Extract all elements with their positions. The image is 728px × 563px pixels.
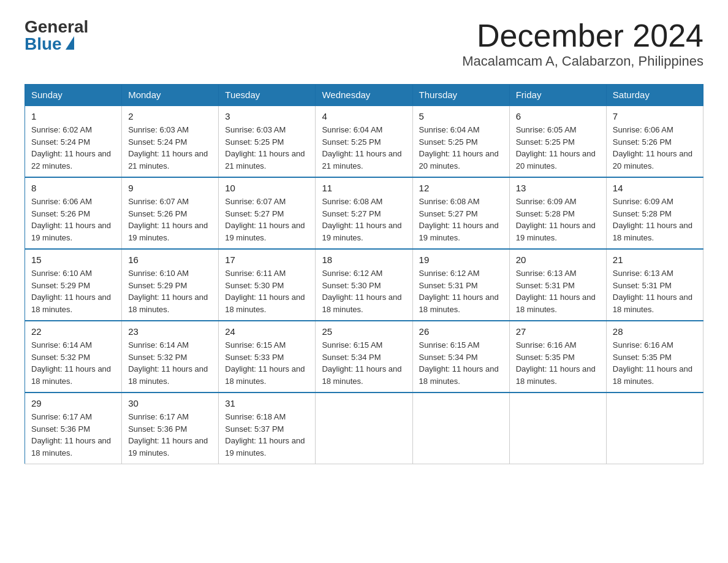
day-number: 21 bbox=[613, 255, 697, 265]
calendar-cell: 23Sunrise: 6:14 AMSunset: 5:32 PMDayligh… bbox=[122, 321, 219, 393]
sunset-label: Sunset: 5:25 PM bbox=[419, 137, 478, 147]
sunset-label: Sunset: 5:32 PM bbox=[31, 353, 90, 362]
daylight-label: Daylight: 11 hours and 19 minutes. bbox=[225, 221, 305, 242]
daylight-label: Daylight: 11 hours and 18 minutes. bbox=[516, 364, 596, 386]
daylight-label: Daylight: 11 hours and 19 minutes. bbox=[516, 221, 596, 242]
weekday-header-wednesday: Wednesday bbox=[316, 85, 412, 106]
calendar-cell bbox=[606, 393, 703, 464]
week-row-1: 1Sunrise: 6:02 AMSunset: 5:24 PMDaylight… bbox=[25, 105, 703, 177]
day-info: Sunrise: 6:14 AMSunset: 5:32 PMDaylight:… bbox=[31, 339, 115, 387]
day-number: 30 bbox=[128, 398, 212, 408]
calendar-cell: 6Sunrise: 6:05 AMSunset: 5:25 PMDaylight… bbox=[509, 105, 606, 177]
page-header: General Blue December 2024 Macalamcam A,… bbox=[25, 18, 703, 69]
daylight-label: Daylight: 11 hours and 19 minutes. bbox=[419, 221, 499, 242]
sunset-label: Sunset: 5:29 PM bbox=[31, 281, 90, 290]
day-info: Sunrise: 6:18 AMSunset: 5:37 PMDaylight:… bbox=[225, 411, 309, 459]
day-info: Sunrise: 6:14 AMSunset: 5:32 PMDaylight:… bbox=[128, 339, 212, 387]
calendar-cell: 18Sunrise: 6:12 AMSunset: 5:30 PMDayligh… bbox=[316, 249, 412, 321]
sunset-label: Sunset: 5:27 PM bbox=[419, 209, 478, 218]
weekday-header-sunday: Sunday bbox=[25, 85, 122, 106]
sunrise-label: Sunrise: 6:07 AM bbox=[128, 197, 189, 206]
daylight-label: Daylight: 11 hours and 20 minutes. bbox=[516, 149, 596, 170]
calendar-cell: 27Sunrise: 6:16 AMSunset: 5:35 PMDayligh… bbox=[509, 321, 606, 393]
calendar-cell: 28Sunrise: 6:16 AMSunset: 5:35 PMDayligh… bbox=[606, 321, 703, 393]
daylight-label: Daylight: 11 hours and 18 minutes. bbox=[31, 293, 111, 314]
calendar-cell: 12Sunrise: 6:08 AMSunset: 5:27 PMDayligh… bbox=[412, 177, 509, 249]
day-number: 15 bbox=[31, 255, 115, 265]
weekday-header-thursday: Thursday bbox=[412, 85, 509, 106]
weekday-header-tuesday: Tuesday bbox=[219, 85, 316, 106]
sunrise-label: Sunrise: 6:16 AM bbox=[613, 340, 673, 350]
sunrise-label: Sunrise: 6:14 AM bbox=[31, 340, 92, 350]
daylight-label: Daylight: 11 hours and 18 minutes. bbox=[419, 293, 499, 314]
day-info: Sunrise: 6:07 AMSunset: 5:26 PMDaylight:… bbox=[128, 196, 212, 243]
sunset-label: Sunset: 5:35 PM bbox=[516, 353, 575, 362]
day-number: 16 bbox=[128, 255, 212, 265]
sunset-label: Sunset: 5:32 PM bbox=[128, 353, 187, 362]
daylight-label: Daylight: 11 hours and 19 minutes. bbox=[128, 221, 208, 242]
sunrise-label: Sunrise: 6:06 AM bbox=[31, 197, 92, 206]
sunrise-label: Sunrise: 6:11 AM bbox=[225, 269, 286, 278]
day-number: 24 bbox=[225, 326, 309, 337]
day-info: Sunrise: 6:16 AMSunset: 5:35 PMDaylight:… bbox=[516, 339, 600, 387]
calendar-cell: 10Sunrise: 6:07 AMSunset: 5:27 PMDayligh… bbox=[219, 177, 316, 249]
calendar-cell: 11Sunrise: 6:08 AMSunset: 5:27 PMDayligh… bbox=[316, 177, 412, 249]
day-number: 6 bbox=[516, 111, 600, 121]
day-info: Sunrise: 6:16 AMSunset: 5:35 PMDaylight:… bbox=[613, 339, 697, 387]
day-number: 14 bbox=[613, 183, 697, 193]
daylight-label: Daylight: 11 hours and 18 minutes. bbox=[613, 221, 692, 242]
daylight-label: Daylight: 11 hours and 19 minutes. bbox=[31, 221, 111, 242]
day-info: Sunrise: 6:08 AMSunset: 5:27 PMDaylight:… bbox=[322, 196, 406, 243]
day-info: Sunrise: 6:17 AMSunset: 5:36 PMDaylight:… bbox=[31, 411, 115, 459]
sunrise-label: Sunrise: 6:08 AM bbox=[322, 197, 382, 206]
day-info: Sunrise: 6:03 AMSunset: 5:24 PMDaylight:… bbox=[128, 124, 212, 172]
day-number: 1 bbox=[31, 111, 115, 121]
day-info: Sunrise: 6:12 AMSunset: 5:30 PMDaylight:… bbox=[322, 267, 406, 315]
sunset-label: Sunset: 5:31 PM bbox=[516, 281, 575, 290]
sunset-label: Sunset: 5:34 PM bbox=[322, 353, 381, 362]
sunrise-label: Sunrise: 6:05 AM bbox=[516, 125, 577, 134]
day-number: 26 bbox=[419, 326, 503, 337]
logo-blue-text: Blue bbox=[25, 36, 74, 53]
calendar-cell: 16Sunrise: 6:10 AMSunset: 5:29 PMDayligh… bbox=[122, 249, 219, 321]
daylight-label: Daylight: 11 hours and 18 minutes. bbox=[31, 436, 111, 458]
sunset-label: Sunset: 5:28 PM bbox=[613, 209, 672, 218]
sunset-label: Sunset: 5:31 PM bbox=[419, 281, 478, 290]
calendar-cell: 20Sunrise: 6:13 AMSunset: 5:31 PMDayligh… bbox=[509, 249, 606, 321]
sunset-label: Sunset: 5:24 PM bbox=[128, 137, 187, 147]
calendar-cell: 7Sunrise: 6:06 AMSunset: 5:26 PMDaylight… bbox=[606, 105, 703, 177]
calendar-cell: 14Sunrise: 6:09 AMSunset: 5:28 PMDayligh… bbox=[606, 177, 703, 249]
day-info: Sunrise: 6:10 AMSunset: 5:29 PMDaylight:… bbox=[31, 267, 115, 315]
sunrise-label: Sunrise: 6:18 AM bbox=[225, 412, 286, 421]
daylight-label: Daylight: 11 hours and 19 minutes. bbox=[322, 221, 401, 242]
sunset-label: Sunset: 5:30 PM bbox=[322, 281, 381, 290]
day-number: 23 bbox=[128, 326, 212, 337]
sunrise-label: Sunrise: 6:04 AM bbox=[419, 125, 480, 134]
calendar-cell: 22Sunrise: 6:14 AMSunset: 5:32 PMDayligh… bbox=[25, 321, 122, 393]
sunset-label: Sunset: 5:26 PM bbox=[613, 137, 672, 147]
sunset-label: Sunset: 5:28 PM bbox=[516, 209, 575, 218]
sunrise-label: Sunrise: 6:15 AM bbox=[419, 340, 480, 350]
day-number: 4 bbox=[322, 111, 406, 121]
calendar-cell: 29Sunrise: 6:17 AMSunset: 5:36 PMDayligh… bbox=[25, 393, 122, 464]
day-info: Sunrise: 6:10 AMSunset: 5:29 PMDaylight:… bbox=[128, 267, 212, 315]
logo-triangle-icon bbox=[66, 36, 74, 50]
daylight-label: Daylight: 11 hours and 21 minutes. bbox=[322, 149, 401, 170]
sunset-label: Sunset: 5:33 PM bbox=[225, 353, 284, 362]
sunrise-label: Sunrise: 6:15 AM bbox=[225, 340, 286, 350]
weekday-header-saturday: Saturday bbox=[606, 85, 703, 106]
day-info: Sunrise: 6:05 AMSunset: 5:25 PMDaylight:… bbox=[516, 124, 600, 172]
day-info: Sunrise: 6:03 AMSunset: 5:25 PMDaylight:… bbox=[225, 124, 309, 172]
sunset-label: Sunset: 5:26 PM bbox=[128, 209, 187, 218]
daylight-label: Daylight: 11 hours and 19 minutes. bbox=[128, 436, 208, 458]
day-number: 11 bbox=[322, 183, 406, 193]
daylight-label: Daylight: 11 hours and 20 minutes. bbox=[419, 149, 499, 170]
day-number: 18 bbox=[322, 255, 406, 265]
calendar-cell: 25Sunrise: 6:15 AMSunset: 5:34 PMDayligh… bbox=[316, 321, 412, 393]
calendar-cell: 8Sunrise: 6:06 AMSunset: 5:26 PMDaylight… bbox=[25, 177, 122, 249]
day-number: 8 bbox=[31, 183, 115, 193]
weekday-header-row: SundayMondayTuesdayWednesdayThursdayFrid… bbox=[25, 85, 703, 106]
sunset-label: Sunset: 5:35 PM bbox=[613, 353, 672, 362]
day-info: Sunrise: 6:09 AMSunset: 5:28 PMDaylight:… bbox=[613, 196, 697, 243]
week-row-2: 8Sunrise: 6:06 AMSunset: 5:26 PMDaylight… bbox=[25, 177, 703, 249]
